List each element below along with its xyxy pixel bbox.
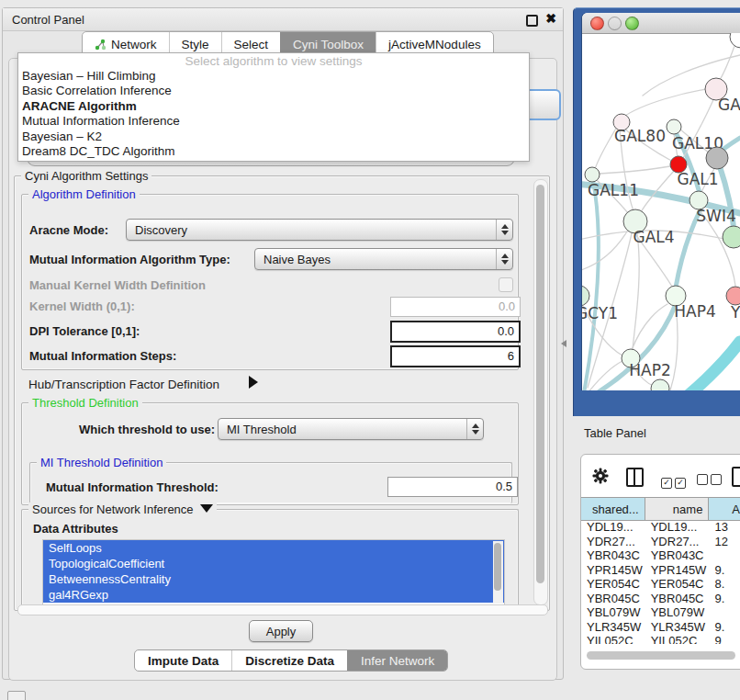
table-row[interactable]: YDR27...YDR27...12	[581, 535, 740, 549]
tab-infer-network[interactable]: Infer Network	[347, 650, 447, 671]
tab-impute-data[interactable]: Impute Data	[135, 650, 231, 671]
network-edge[interactable]	[689, 342, 740, 390]
algorithm-option[interactable]: Mutual Information Inference	[18, 114, 529, 129]
algorithm-option[interactable]: Dream8 DC_TDC Algorithm	[18, 144, 529, 159]
settings-group-title: Cyni Algorithm Settings	[21, 169, 151, 183]
control-panel-window: Control Panel ✖ Network Style Select	[2, 7, 564, 680]
network-node-gcy1[interactable]	[582, 286, 589, 306]
attribute-item-selected[interactable]: TopologicalCoefficient	[43, 556, 504, 571]
minimize-traffic-light-icon[interactable]	[608, 17, 622, 30]
table-row[interactable]: YLR345WYLR345W9.	[581, 620, 740, 635]
network-edge[interactable]	[633, 233, 639, 349]
settings-horizontal-scrollbar[interactable]	[17, 604, 548, 615]
network-edge[interactable]	[600, 166, 670, 174]
table-panel-title: Table Panel	[584, 426, 646, 440]
manual-kernel-checkbox[interactable]	[499, 277, 513, 292]
table-row[interactable]: YIL052CYIL052C9	[581, 634, 740, 644]
attribute-item-selected[interactable]: BetweennessCentrality	[43, 571, 504, 587]
attribute-item-selected[interactable]: SelfLoops	[43, 540, 504, 556]
minimized-panel-icon[interactable]	[7, 691, 26, 700]
network-icon	[95, 39, 107, 51]
columns-icon[interactable]	[626, 468, 644, 487]
new-table-icon[interactable]	[732, 467, 740, 487]
table-row[interactable]: YBR045CYBR045C9.	[581, 592, 740, 606]
control-panel-titlebar: Control Panel ✖	[3, 8, 563, 31]
algorithm-option[interactable]: Bayesian – K2	[18, 130, 529, 144]
mi-threshold-field[interactable]: 0.5	[387, 477, 518, 497]
table-horizontal-scrollbar[interactable]	[587, 651, 735, 660]
select-all-checks-icon[interactable]: ✓✓	[661, 472, 686, 489]
network-edge[interactable]	[622, 88, 712, 118]
gear-icon[interactable]	[592, 468, 609, 484]
table-cell: 13	[709, 520, 740, 535]
node-label: Y	[730, 303, 740, 322]
network-node[interactable]	[651, 379, 669, 390]
expand-arrow-icon[interactable]	[249, 376, 258, 389]
attribute-item-selected[interactable]: gal4RGexp	[43, 587, 504, 603]
kernel-width-label: Kernel Width (0,1):	[29, 299, 135, 313]
dpi-tolerance-field[interactable]: 0.0	[390, 321, 521, 343]
data-attributes-list[interactable]: SelfLoops TopologicalCoefficient Between…	[42, 539, 505, 605]
apply-button[interactable]: Apply	[249, 620, 313, 642]
table-cell	[709, 605, 740, 620]
node-label: HAP2	[629, 361, 670, 379]
zoom-traffic-light-icon[interactable]	[625, 17, 639, 30]
node-label: GAL80	[614, 127, 666, 145]
algorithm-dropdown-popup: Select algorithm to view settings Bayesi…	[17, 52, 530, 162]
deselect-all-checks-icon[interactable]	[697, 472, 722, 489]
algorithm-option-highlighted[interactable]: ARACNE Algorithm	[18, 99, 529, 114]
table-row[interactable]: YPR145WYPR145W9.	[581, 563, 740, 578]
column-header-3[interactable]: A	[709, 498, 740, 520]
algorithm-option[interactable]: Bayesian – Hill Climbing	[18, 69, 529, 84]
network-canvas[interactable]: GALGAL80GAL10GAL1GAL11SWI4GAL4GCY1HAP4YH…	[582, 33, 740, 390]
mi-type-combo[interactable]: Naive Bayes	[254, 248, 513, 270]
table-cell: YBL079W	[645, 605, 710, 620]
list-scrollbar[interactable]	[493, 541, 503, 604]
table-cell: YIL052C	[581, 634, 645, 644]
network-node-gal11[interactable]	[585, 167, 600, 182]
table-row[interactable]: YBR043CYBR043C	[581, 548, 740, 563]
network-window-titlebar[interactable]	[582, 13, 740, 34]
algorithm-dropdown-placeholder: Select algorithm to view settings	[18, 53, 529, 69]
column-header-1[interactable]: shared...	[581, 498, 645, 520]
algorithm-definition-title: Algorithm Definition	[28, 187, 140, 201]
tab-discretize-data[interactable]: Discretize Data	[231, 650, 347, 671]
node-label: GAL11	[588, 181, 639, 199]
aracne-mode-combo[interactable]: Discovery	[126, 219, 513, 241]
network-window: GALGAL80GAL10GAL1GAL11SWI4GAL4GCY1HAP4YH…	[582, 13, 740, 390]
network-node[interactable]	[723, 226, 740, 248]
table-cell: YDR27...	[645, 535, 710, 549]
which-threshold-combo[interactable]: MI Threshold	[218, 418, 484, 440]
settings-vertical-scrollbar[interactable]	[533, 179, 548, 605]
close-traffic-light-icon[interactable]	[590, 17, 604, 30]
threshold-definition-group: Threshold Definition Which threshold to …	[21, 402, 519, 505]
table-row[interactable]: YER054CYER054C8.	[581, 577, 740, 592]
algorithm-option[interactable]: Basic Correlation Inference	[18, 84, 529, 98]
cyni-bottom-tabbar: Impute Data Discretize Data Infer Networ…	[134, 649, 448, 672]
mi-threshold-label: Mutual Information Threshold:	[46, 480, 219, 494]
network-node[interactable]	[706, 147, 728, 169]
manual-kernel-label: Manual Kernel Width Definition	[29, 278, 206, 292]
sources-group-title: Sources for Network Inference	[28, 502, 217, 516]
table-cell: YDL19...	[581, 520, 645, 535]
table-cell: 9.	[709, 563, 740, 578]
table-cell	[709, 548, 740, 563]
network-node-y[interactable]	[726, 287, 740, 305]
network-node[interactable]	[730, 33, 740, 48]
float-window-icon[interactable]	[526, 15, 538, 27]
aracne-mode-label: Aracne Mode:	[29, 223, 108, 237]
table-cell: 8.	[709, 577, 740, 592]
mi-steps-field[interactable]: 6	[390, 345, 521, 367]
close-window-icon[interactable]: ✖	[545, 11, 556, 26]
collapse-arrow-icon[interactable]	[200, 504, 213, 513]
node-label: GAL4	[633, 228, 674, 246]
node-label: HAP4	[674, 302, 715, 321]
network-node-gal10[interactable]	[667, 119, 681, 134]
column-header-2[interactable]: name	[645, 498, 710, 520]
mi-steps-label: Mutual Information Steps:	[29, 349, 176, 363]
table-row[interactable]: YDL19...YDL19...13	[581, 520, 740, 535]
table-cell: YBR045C	[645, 592, 710, 606]
table-row[interactable]: YBL079WYBL079W	[581, 605, 740, 620]
mouse-cursor	[561, 340, 566, 347]
desktop: Control Panel ✖ Network Style Select	[0, 0, 740, 700]
